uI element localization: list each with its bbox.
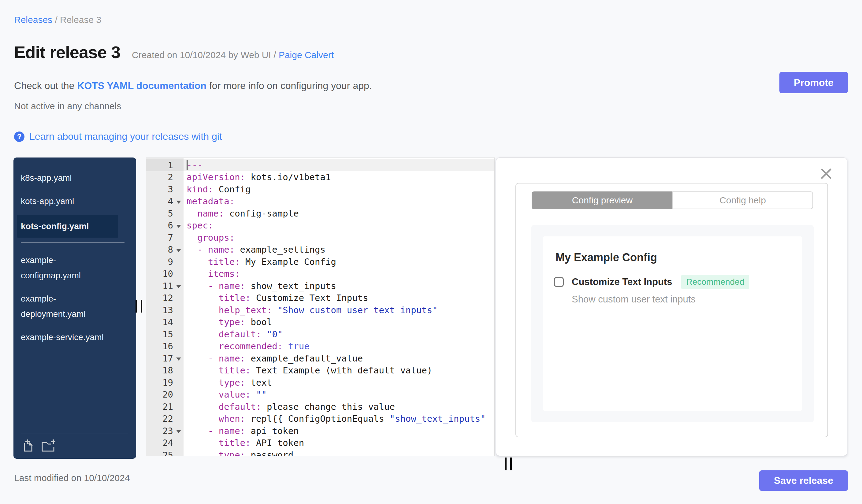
line-number: 1 [146, 159, 184, 171]
line-number: 4 [146, 196, 184, 208]
code-line-20[interactable]: 20 value: "" [146, 389, 494, 401]
created-author-link[interactable]: Paige Calvert [279, 50, 334, 60]
line-number: 19 [146, 376, 184, 389]
code-line-11[interactable]: 11 - name: show_text_inputs [146, 280, 494, 292]
close-icon [820, 167, 834, 181]
code-line-text: items: [184, 268, 240, 280]
code-line-18[interactable]: 18 title: Text Example (with default val… [146, 364, 494, 377]
code-line-24[interactable]: 24 title: API token [146, 437, 494, 449]
line-number: 13 [146, 304, 184, 316]
code-line-14[interactable]: 14 type: bool [146, 316, 494, 329]
code-line-text: - name: api_token [184, 425, 299, 437]
line-number: 9 [146, 256, 184, 268]
breadcrumb-releases-link[interactable]: Releases [14, 15, 52, 25]
code-line-8[interactable]: 8 - name: example_settings [146, 244, 494, 256]
config-preview-area: My Example Config Customize Text Inputs … [531, 225, 814, 422]
code-line-6[interactable]: 6spec: [146, 220, 494, 232]
git-help-row: ? Learn about managing your releases wit… [14, 131, 222, 142]
code-line-15[interactable]: 15 default: "0" [146, 328, 494, 340]
file-item-example-deployment.yaml[interactable]: example-deployment.yaml [17, 289, 118, 323]
sidebar-actions [22, 439, 128, 453]
line-number: 14 [146, 316, 184, 329]
new-folder-button[interactable] [41, 439, 56, 453]
new-file-button[interactable] [22, 439, 35, 453]
channel-status: Not active in any channels [14, 101, 121, 111]
fold-arrow-icon[interactable] [176, 249, 181, 252]
code-line-text: spec: [184, 220, 213, 232]
code-line-2[interactable]: 2apiVersion: kots.io/v1beta1 [146, 171, 494, 184]
fold-arrow-icon[interactable] [176, 285, 181, 288]
code-line-13[interactable]: 13 help_text: "Show custom user text inp… [146, 304, 494, 316]
code-line-17[interactable]: 17 - name: example_default_value [146, 352, 494, 364]
kots-yaml-docs-link[interactable]: KOTS YAML documentation [77, 80, 207, 91]
code-line-19[interactable]: 19 type: text [146, 376, 494, 389]
code-line-text: kind: Config [184, 183, 251, 196]
code-line-3[interactable]: 3kind: Config [146, 183, 494, 196]
code-line-text: - name: example_settings [184, 244, 325, 256]
breadcrumb: Releases / Release 3 [14, 15, 101, 25]
code-line-9[interactable]: 9 title: My Example Config [146, 256, 494, 268]
code-line-4[interactable]: 4metadata: [146, 196, 494, 208]
file-item-example-service.yaml[interactable]: example-service.yaml [17, 328, 118, 347]
customize-text-inputs-checkbox[interactable] [554, 277, 564, 287]
code-line-21[interactable]: 21 default: please change this value [146, 401, 494, 413]
fold-arrow-icon[interactable] [176, 201, 181, 204]
line-number: 11 [146, 280, 184, 292]
line-number: 7 [146, 231, 184, 244]
code-line-25[interactable]: 25 type: password [146, 449, 494, 456]
line-number: 12 [146, 292, 184, 304]
line-number: 24 [146, 437, 184, 449]
code-line-23[interactable]: 23 - name: api_token [146, 425, 494, 437]
close-panel-button[interactable] [820, 167, 834, 181]
code-line-10[interactable]: 10 items: [146, 268, 494, 280]
config-item-label: Customize Text Inputs [572, 277, 672, 288]
git-help-link[interactable]: Learn about managing your releases with … [29, 131, 222, 142]
fold-arrow-icon[interactable] [176, 358, 181, 361]
sidebar-resize-handle[interactable] [135, 300, 144, 313]
config-preview-card: My Example Config Customize Text Inputs … [543, 236, 802, 411]
config-preview-panel: Config previewConfig help My Example Con… [496, 158, 847, 456]
code-line-text: title: Text Example (with default value) [184, 364, 432, 377]
code-line-22[interactable]: 22 when: repl{{ ConfigOptionEquals "show… [146, 413, 494, 425]
new-folder-icon [41, 449, 56, 453]
line-number: 5 [146, 207, 184, 220]
docs-info-line: Check out the KOTS YAML documentation fo… [14, 80, 372, 91]
code-lines: 1---2apiVersion: kots.io/v1beta13kind: C… [146, 159, 494, 456]
sidebar-bottom [13, 433, 136, 459]
code-line-text: - name: show_text_inputs [184, 280, 336, 292]
file-item-kots-config.yaml[interactable]: kots-config.yaml [17, 215, 118, 238]
line-number: 18 [146, 364, 184, 377]
page-title: Edit release 3 [14, 42, 120, 62]
line-number: 15 [146, 328, 184, 340]
code-line-5[interactable]: 5 name: config-sample [146, 207, 494, 220]
tab-config-help[interactable]: Config help [672, 191, 813, 209]
tab-config-preview[interactable]: Config preview [532, 191, 672, 209]
created-info: Created on 10/10/2024 by Web UI / Paige … [132, 50, 334, 60]
code-line-text: --- [184, 159, 203, 171]
breadcrumb-current: Release 3 [60, 15, 101, 25]
file-item-kots-app.yaml[interactable]: kots-app.yaml [17, 192, 118, 211]
fold-arrow-icon[interactable] [176, 225, 181, 228]
file-item-k8s-app.yaml[interactable]: k8s-app.yaml [17, 169, 118, 187]
file-item-example-configmap.yaml[interactable]: example-configmap.yaml [17, 251, 118, 285]
panel-resize-handle[interactable] [505, 457, 513, 470]
code-line-text: title: Customize Text Inputs [184, 292, 368, 304]
code-line-text: title: API token [184, 437, 304, 449]
promote-button[interactable]: Promote [780, 72, 848, 93]
yaml-code-editor[interactable]: 1---2apiVersion: kots.io/v1beta13kind: C… [146, 158, 495, 456]
code-line-1[interactable]: 1--- [146, 159, 494, 171]
line-number: 16 [146, 340, 184, 353]
line-number: 20 [146, 389, 184, 401]
save-release-button[interactable]: Save release [759, 470, 848, 491]
code-line-7[interactable]: 7 groups: [146, 231, 494, 244]
breadcrumb-separator: / [55, 15, 60, 25]
config-group-title: My Example Config [556, 251, 657, 264]
code-line-16[interactable]: 16 recommended: true [146, 340, 494, 353]
preview-tab-bar: Config previewConfig help [532, 191, 813, 209]
fold-arrow-icon[interactable] [176, 430, 181, 433]
line-number: 23 [146, 425, 184, 437]
code-line-12[interactable]: 12 title: Customize Text Inputs [146, 292, 494, 304]
code-line-text: metadata: [184, 196, 235, 208]
line-number: 10 [146, 268, 184, 280]
line-number: 17 [146, 352, 184, 364]
